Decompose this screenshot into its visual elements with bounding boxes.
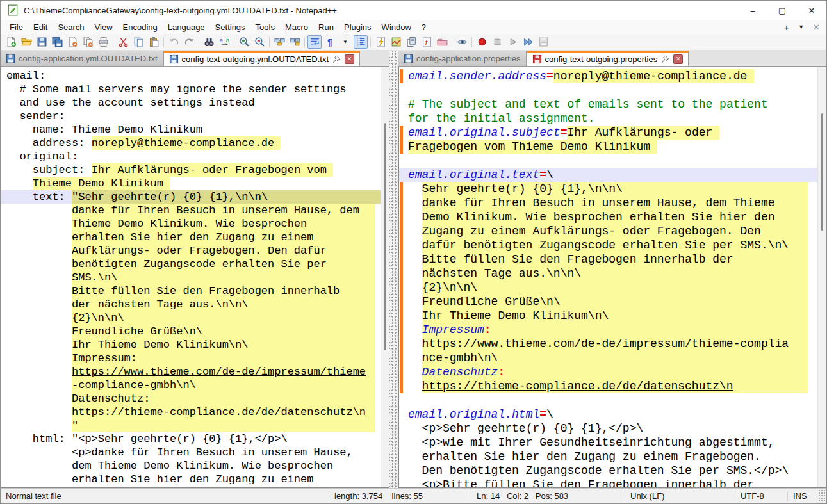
right-editor[interactable]: email.sender.address=noreply@thieme-comp…: [398, 67, 826, 488]
editor-line[interactable]: [399, 154, 817, 168]
copy-icon[interactable]: [131, 35, 145, 49]
save-all-icon[interactable]: [50, 35, 64, 49]
document-map-icon[interactable]: [389, 35, 403, 49]
menu-search[interactable]: Search: [53, 22, 89, 32]
editor-line[interactable]: danke für Ihren Besuch in unserem Hause,…: [399, 196, 817, 210]
status-eol-format[interactable]: Unix (LF): [625, 491, 735, 501]
find-icon[interactable]: [202, 35, 216, 49]
editor-line[interactable]: Impressum:: [1, 352, 381, 365]
editor-line[interactable]: Sehr geehrte(r) {0} {1},\n\n\: [399, 182, 817, 196]
redo-icon[interactable]: [182, 35, 196, 49]
editor-line[interactable]: Demo Klinikum. Wie besprochen erhalten S…: [399, 210, 817, 224]
editor-line[interactable]: https://thieme-compliance.de/de/datensch…: [399, 379, 817, 393]
editor-line[interactable]: {2}\n\n\: [1, 311, 381, 325]
close-icon[interactable]: [65, 35, 79, 49]
editor-line[interactable]: ": [1, 419, 381, 432]
editor-line[interactable]: erhalten Sie hier den Zugang zu einem: [1, 231, 381, 244]
replace-icon[interactable]: ab: [217, 35, 231, 49]
editor-line[interactable]: Datenschutz:: [1, 392, 381, 405]
word-wrap-icon[interactable]: [307, 35, 322, 49]
editor-line[interactable]: email:: [1, 69, 381, 83]
editor-line[interactable]: html: "<p>Sehr geehrte(r) {0} {1},</p>\: [1, 432, 381, 446]
editor-line[interactable]: Bitte füllen Sie den Fragebogen innerhal…: [399, 252, 817, 266]
cut-icon[interactable]: [116, 35, 130, 49]
editor-line[interactable]: SMS.\n\: [1, 271, 381, 284]
close-tab-icon[interactable]: ✕: [673, 54, 683, 64]
editor-line[interactable]: benötigten Zugangscode erhalten Sie per: [1, 257, 381, 271]
macro-play-icon[interactable]: [505, 35, 520, 49]
editor-line[interactable]: nächsten Tage aus.\n\n\: [399, 266, 817, 280]
editor-line[interactable]: Aufklärungs- oder Fragebogen. Den dafür: [1, 244, 381, 257]
menu-encoding[interactable]: Encoding: [118, 22, 163, 32]
menu-window[interactable]: Window: [377, 22, 416, 32]
new-file-icon[interactable]: [4, 35, 18, 49]
macro-run-multiple-icon[interactable]: [521, 35, 535, 49]
editor-line[interactable]: -compliance-gmbh\n\: [1, 378, 381, 392]
macro-record-icon[interactable]: [475, 35, 489, 49]
editor-line[interactable]: <p>Bitte füllen Sie den Fragebogen inner…: [399, 478, 817, 487]
tab-right-1[interactable]: config-text-outgoing.properties✕: [527, 51, 689, 66]
editor-line[interactable]: email.original.html=\: [399, 407, 817, 421]
editor-line[interactable]: <p>danke für Ihren Besuch in unserem Hau…: [1, 446, 381, 459]
pin-tab-icon[interactable]: [332, 54, 341, 64]
menu-plugins[interactable]: Plugins: [339, 22, 377, 32]
tab-left-1[interactable]: config-text-outgoing.yml.OUTDATED.txt✕: [163, 51, 361, 66]
editor-line[interactable]: Freundliche Grüße\n\: [1, 325, 381, 338]
menu-edit[interactable]: Edit: [28, 22, 53, 32]
status-insert-mode[interactable]: INS: [787, 491, 817, 501]
tab-right-0[interactable]: config-application.properties: [398, 51, 527, 66]
editor-line[interactable]: # The subject and text of emails sent to…: [399, 97, 817, 111]
editor-line[interactable]: name: Thieme Demo Klinikum: [1, 123, 381, 136]
tab-list-dropdown-icon[interactable]: ▼: [798, 24, 804, 30]
editor-line[interactable]: https://www.thieme.com/de-de/impressum/t…: [399, 337, 817, 351]
editor-line[interactable]: Freundliche Grüße\n\: [399, 295, 817, 309]
editor-line[interactable]: # Some mail servers may ignore the sende…: [1, 83, 381, 96]
left-scrollbar-thumb[interactable]: [384, 123, 386, 350]
editor-line[interactable]: <p>Sehr geehrte(r) {0} {1},</p>\: [399, 421, 817, 435]
close-all-icon[interactable]: [81, 35, 95, 49]
menu-language[interactable]: Language: [163, 22, 210, 32]
left-vertical-scrollbar[interactable]: [381, 67, 389, 487]
editor-line[interactable]: text: "Sehr geehrte(r) {0} {1},\n\n\: [1, 190, 381, 204]
menu-settings[interactable]: Settings: [210, 22, 250, 32]
zoom-out-icon[interactable]: [252, 35, 266, 49]
editor-line[interactable]: dem Thieme Demo Klinikum. Wie besprochen: [1, 459, 381, 473]
open-file-icon[interactable]: [19, 35, 33, 49]
editor-line[interactable]: erhalten Sie hier den Zugang zu einem: [1, 473, 381, 486]
resize-grip[interactable]: [817, 489, 826, 503]
show-all-characters-icon[interactable]: ¶: [323, 35, 337, 49]
editor-line[interactable]: email.sender.address=noreply@thieme-comp…: [399, 69, 817, 83]
function-list-icon[interactable]: f: [420, 35, 434, 49]
paste-icon[interactable]: [147, 35, 161, 49]
menu-macro[interactable]: Macro: [280, 22, 313, 32]
status-encoding[interactable]: UTF-8: [735, 491, 787, 501]
sync-horizontal-scroll-icon[interactable]: [288, 35, 302, 49]
editor-line[interactable]: Ihr Thieme Demo Klinikum\n\: [1, 338, 381, 352]
undo-icon[interactable]: [167, 35, 181, 49]
editor-line[interactable]: Ihr Thieme Demo Klinikum\n\: [399, 309, 817, 323]
left-editor[interactable]: email: # Some mail servers may ignore th…: [1, 67, 389, 488]
editor-line[interactable]: Bitte füllen Sie den Fragebogen innerhal…: [1, 284, 381, 298]
editor-line[interactable]: Datenschutz:: [399, 365, 817, 379]
menu-run[interactable]: Run: [313, 22, 339, 32]
menu-help[interactable]: ?: [416, 22, 431, 32]
close-button[interactable]: ✕: [797, 1, 826, 20]
indent-guide-icon[interactable]: [354, 35, 368, 49]
maximize-button[interactable]: ▢: [767, 1, 797, 20]
folder-as-workspace-icon[interactable]: [435, 35, 449, 49]
editor-line[interactable]: Den benötigten Zugangscode erhalten Sie …: [399, 464, 817, 478]
zoom-in-icon[interactable]: [237, 35, 251, 49]
save-icon[interactable]: [35, 35, 49, 49]
menu-tools[interactable]: Tools: [250, 22, 280, 32]
function-completion-icon[interactable]: [373, 35, 388, 49]
tab-left-0[interactable]: config-application.yml.OUTDATED.txt: [1, 51, 163, 66]
print-icon[interactable]: [96, 35, 110, 49]
editor-line[interactable]: for the initial assignment.: [399, 111, 817, 126]
editor-line[interactable]: https://www.thieme.com/de-de/impressum/t…: [1, 365, 381, 378]
chevron-dropdown-icon[interactable]: ▼: [338, 35, 352, 49]
document-list-icon[interactable]: [404, 35, 418, 49]
close-tab-icon[interactable]: ✕: [813, 22, 820, 32]
editor-line[interactable]: sender:: [1, 110, 381, 123]
editor-line[interactable]: der nächsten Tage aus.\n\n\: [1, 298, 381, 311]
menu-view[interactable]: View: [90, 22, 118, 32]
